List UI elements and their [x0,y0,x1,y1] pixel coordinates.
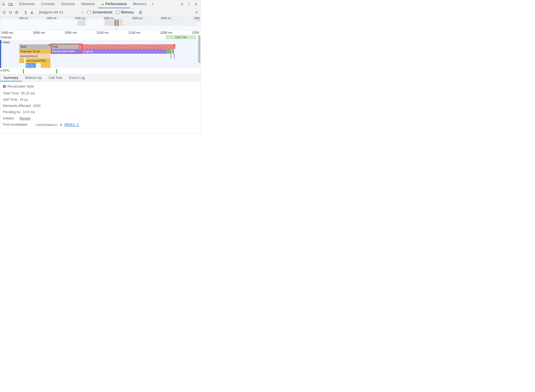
svg-rect-1 [9,3,11,5]
tab-performance[interactable]: Performance [98,0,130,8]
record-button-icon[interactable] [1,9,7,15]
flame-sliver[interactable] [174,54,175,58]
frame-chip[interactable]: 116.7 ms [166,35,196,39]
svg-line-14 [16,11,18,13]
summary-pane: Recalculate Style Total Time55.20 msSelf… [0,82,201,133]
summary-row: Self Time19 µs [3,98,198,102]
gpu-track[interactable]: GPU [0,68,201,74]
flamechart-area[interactable]: 1950 ms2000 ms2050 ms2100 ms2150 ms2200 … [0,30,201,74]
summary-key: First Invalidated [3,123,33,127]
overview-dimmed [118,19,201,30]
tab-console[interactable]: Console [38,0,58,8]
kebab-menu-icon[interactable] [186,0,192,8]
settings-gear-icon[interactable] [179,0,186,8]
summary-first-invalidated-row: First Invalidated (anonymous) @ VM262:1 [3,123,198,127]
flame-block[interactable] [166,49,172,54]
summary-key: Pending for [3,110,21,114]
details-tab-call-tree[interactable]: Call Tree [45,75,66,81]
separator [86,10,86,14]
gpu-track-header[interactable]: GPU [1,69,9,72]
source-link[interactable]: VM262:1 [64,123,79,127]
frames-track[interactable]: Frames 116.7 ms [0,35,201,40]
flame-block[interactable] [41,63,50,68]
tab-label: Elements [19,2,35,6]
overview-tick [115,16,115,19]
overview-selection-handles[interactable] [115,19,118,26]
overview-ruler: 500 ms1000 ms1500 ms2000 ms2500 ms3000 m… [0,16,201,19]
summary-row: Total Time55.20 ms [3,91,198,95]
memory-checkbox[interactable]: Memory [116,10,134,14]
flame-layout[interactable]: Layout [83,49,166,54]
inspect-element-icon[interactable] [0,0,7,8]
tab-memory[interactable]: Memory [130,0,150,8]
flame-task[interactable]: Task [19,44,50,49]
ruler-tick-label: 2050 ms [65,31,77,34]
ruler-tick [191,30,191,35]
summary-key: Elements Affected [3,104,31,108]
clear-icon[interactable] [14,9,20,15]
flame-p-l[interactable]: P…L [26,63,36,68]
flame-task[interactable]: Task [51,44,175,49]
first-invalidated-value: (anonymous) @ VM262:1 [35,123,79,127]
details-tab-summary[interactable]: Summary [0,75,22,81]
gpu-activity-mark[interactable] [23,69,24,73]
tab-label: Memory [133,2,147,6]
tab-elements[interactable]: Elements [16,0,38,8]
ruler-tick-label: 2000 ms [33,31,45,34]
frames-track-header: Frames [1,36,11,39]
checkbox-box [87,11,91,14]
overview-dimmed [0,19,115,30]
gpu-activity-mark[interactable] [56,69,57,73]
ruler-tick-label: 1950 ms [1,31,13,34]
overview-tick [172,16,172,19]
initiator-reveal-link[interactable]: Reveal [19,116,30,120]
svg-point-9 [189,5,189,6]
screenshots-checkbox[interactable]: Screenshots [87,10,113,14]
tab-sources[interactable]: Sources [58,0,78,8]
flame-block[interactable] [19,58,24,63]
capture-settings-gear-icon[interactable] [193,9,200,15]
upload-profile-icon[interactable] [23,9,29,15]
tabs-overflow-button[interactable]: » [150,2,155,7]
long-task-corner-icon [48,44,50,47]
profile-select[interactable]: jlwagner.net #1 [38,10,85,14]
performance-toolbar: jlwagner.net #1 Screenshots Memory [0,8,201,16]
overview-tick [201,16,201,19]
devtools-tabbar: ElementsConsoleSourcesNetworkPerformance… [0,0,201,8]
ruler-tick-label: 2200 ms [160,31,172,34]
flame-recalculate-style[interactable]: Recalculate Style [51,49,82,54]
flame-set-innerhtml[interactable]: set innerHTML [26,58,51,63]
overview-minimap[interactable]: 500 ms1000 ms1500 ms2000 ms2500 ms3000 m… [0,16,201,30]
trash-icon[interactable] [137,9,144,15]
tab-label: Network [81,2,95,6]
summary-key: Self Time [3,98,17,102]
summary-title-row: Recalculate Style [3,84,198,89]
tab-network[interactable]: Network [78,0,98,8]
vertical-scrollbar-thumb[interactable] [198,35,200,63]
summary-value: 55.20 ms [21,91,35,95]
download-profile-icon[interactable] [29,9,35,15]
reload-record-icon[interactable] [7,9,14,15]
checkbox-box [116,11,119,14]
flame-evaluate-script[interactable]: Evaluate Script [19,49,50,54]
summary-key: Total Time [3,91,19,95]
flame-block[interactable] [172,49,174,54]
device-toolbar-icon[interactable] [7,0,14,8]
chevron-down-icon [81,12,84,13]
flame-anonymous[interactable]: (anonymous) [19,54,50,58]
warning-triangle-icon [101,3,104,5]
main-track-header[interactable]: Main [1,41,10,44]
flame-sliver[interactable] [171,54,171,58]
summary-value: 19 µs [19,98,28,102]
details-tabs: SummaryBottom-UpCall TreeEvent Log [0,74,201,82]
main-track[interactable]: Main TaskTaskEvaluate ScriptRecalculate … [0,40,201,68]
svg-point-12 [3,11,5,14]
tab-label: Sources [61,2,75,6]
ruler-tick-label: 2150 ms [128,31,141,34]
summary-title: Recalculate Style [7,84,34,89]
svg-point-7 [189,3,189,3]
details-tab-event-log[interactable]: Event Log [66,75,88,81]
close-devtools-icon[interactable] [192,0,199,8]
svg-rect-4 [103,4,103,4]
details-tab-bottom-up[interactable]: Bottom-Up [22,75,45,81]
